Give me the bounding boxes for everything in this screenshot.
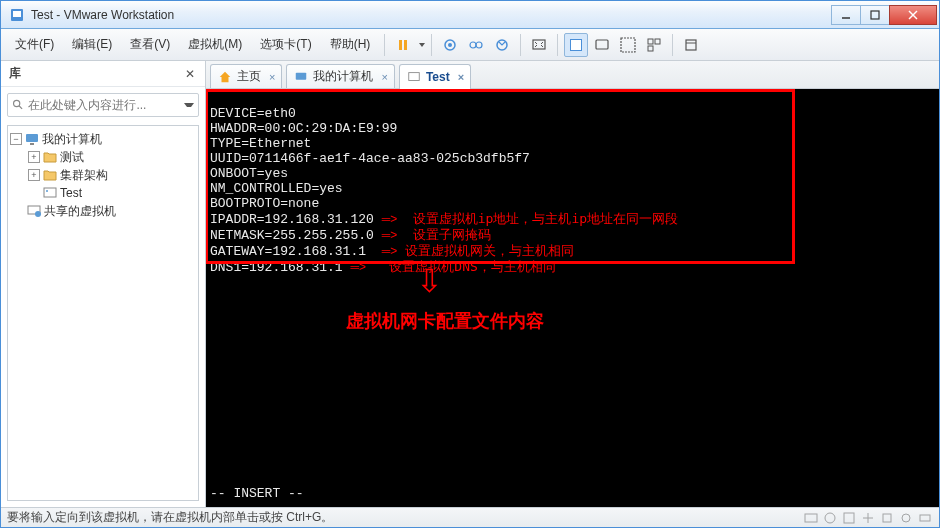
- tree-label: 我的计算机: [42, 131, 102, 148]
- svg-point-9: [448, 43, 452, 47]
- svg-rect-18: [648, 39, 653, 44]
- tab-close-icon[interactable]: ×: [458, 71, 464, 83]
- search-input[interactable]: [28, 98, 178, 112]
- minimize-button[interactable]: [831, 5, 861, 25]
- annotation-gateway: 设置虚拟机网关，与主机相同: [405, 243, 574, 258]
- device-icon[interactable]: [803, 510, 819, 526]
- menu-file[interactable]: 文件(F): [7, 32, 62, 57]
- menu-edit[interactable]: 编辑(E): [64, 32, 120, 57]
- sidebar-header: 库 ✕: [1, 61, 205, 87]
- device-icon[interactable]: [917, 510, 933, 526]
- expand-icon[interactable]: +: [28, 151, 40, 163]
- close-button[interactable]: [889, 5, 937, 25]
- svg-point-34: [825, 513, 835, 523]
- thumbnail-button[interactable]: [642, 33, 666, 57]
- collapse-icon[interactable]: −: [10, 133, 22, 145]
- tree-label: Test: [60, 186, 82, 200]
- home-icon: [217, 69, 233, 85]
- svg-rect-17: [621, 38, 635, 52]
- search-box[interactable]: [7, 93, 199, 117]
- annotation-ipaddr: 设置虚拟机ip地址，与主机ip地址在同一网段: [413, 211, 678, 226]
- chevron-down-icon[interactable]: [184, 103, 194, 107]
- tree-label: 集群架构: [60, 167, 108, 184]
- computer-icon: [293, 69, 309, 85]
- snapshot-manager-button[interactable]: [464, 33, 488, 57]
- app-icon: [9, 7, 25, 23]
- svg-point-30: [35, 211, 41, 217]
- fit-guest-button[interactable]: [527, 33, 551, 57]
- svg-rect-13: [533, 40, 545, 49]
- tree-item[interactable]: + 集群架构: [10, 166, 196, 184]
- tree-root-mypc[interactable]: − 我的计算机: [10, 130, 196, 148]
- tab-label: Test: [426, 70, 450, 84]
- tree-shared-vms[interactable]: 共享的虚拟机: [10, 202, 196, 220]
- svg-rect-26: [30, 143, 34, 145]
- svg-rect-6: [399, 40, 402, 50]
- svg-rect-7: [404, 40, 407, 50]
- menu-vm[interactable]: 虚拟机(M): [180, 32, 250, 57]
- tab-label: 主页: [237, 68, 261, 85]
- svg-rect-32: [409, 73, 420, 81]
- main-area: 主页 × 我的计算机 × Test × DEVICE=eth0 HWADDR=0…: [206, 61, 939, 507]
- window-title: Test - VMware Workstation: [31, 8, 832, 22]
- library-button[interactable]: [679, 33, 703, 57]
- status-text: 要将输入定向到该虚拟机，请在虚拟机内部单击或按 Ctrl+G。: [7, 509, 800, 526]
- tree-item[interactable]: + 测试: [10, 148, 196, 166]
- tree-label: 共享的虚拟机: [44, 203, 116, 220]
- device-icon[interactable]: [860, 510, 876, 526]
- tree-label: 测试: [60, 149, 84, 166]
- tab-close-icon[interactable]: ×: [381, 71, 387, 83]
- svg-rect-25: [26, 134, 38, 142]
- sidebar: 库 ✕ − 我的计算机 + 测试 + 集群架构: [1, 61, 206, 507]
- folder-icon: [42, 149, 58, 165]
- library-tree: − 我的计算机 + 测试 + 集群架构 Test: [7, 125, 199, 501]
- svg-rect-1: [13, 11, 21, 17]
- svg-rect-35: [844, 513, 854, 523]
- maximize-button[interactable]: [860, 5, 890, 25]
- svg-rect-20: [648, 46, 653, 51]
- pause-button[interactable]: [391, 33, 415, 57]
- shared-icon: [26, 203, 42, 219]
- terminal[interactable]: DEVICE=eth0 HWADDR=00:0C:29:DA:E9:99 TYP…: [206, 89, 939, 507]
- search-icon: [12, 98, 24, 112]
- annotation-summary: 虚拟机网卡配置文件内容: [346, 314, 544, 329]
- status-bar: 要将输入定向到该虚拟机，请在虚拟机内部单击或按 Ctrl+G。: [1, 507, 939, 527]
- svg-rect-3: [871, 11, 879, 19]
- computer-icon: [24, 131, 40, 147]
- sidebar-title: 库: [9, 65, 183, 82]
- titlebar: Test - VMware Workstation: [1, 1, 939, 29]
- tab-home[interactable]: 主页 ×: [210, 64, 282, 88]
- svg-point-10: [470, 42, 476, 48]
- tree-item-test[interactable]: Test: [10, 184, 196, 202]
- svg-point-23: [14, 100, 20, 106]
- svg-point-28: [46, 190, 48, 192]
- menu-view[interactable]: 查看(V): [122, 32, 178, 57]
- folder-icon: [42, 167, 58, 183]
- revert-button[interactable]: [490, 33, 514, 57]
- device-icon[interactable]: [898, 510, 914, 526]
- svg-rect-33: [805, 514, 817, 522]
- vm-icon: [42, 185, 58, 201]
- arrow-down-icon: ⇩: [416, 274, 443, 289]
- svg-rect-27: [44, 188, 56, 197]
- chevron-down-icon[interactable]: [419, 43, 425, 47]
- tab-bar: 主页 × 我的计算机 × Test ×: [206, 61, 939, 89]
- snapshot-button[interactable]: [438, 33, 462, 57]
- fullscreen-button[interactable]: [616, 33, 640, 57]
- unity-button[interactable]: [590, 33, 614, 57]
- menu-help[interactable]: 帮助(H): [322, 32, 379, 57]
- annotation-dns: 设置虚拟机DNS，与主机相同: [389, 259, 555, 274]
- tab-close-icon[interactable]: ×: [269, 71, 275, 83]
- expand-icon[interactable]: +: [28, 169, 40, 181]
- console-view-button[interactable]: [564, 33, 588, 57]
- tab-test[interactable]: Test ×: [399, 64, 471, 89]
- sidebar-close-icon[interactable]: ✕: [183, 67, 197, 81]
- svg-rect-21: [686, 40, 696, 50]
- device-icon[interactable]: [822, 510, 838, 526]
- device-icon[interactable]: [841, 510, 857, 526]
- tab-mypc[interactable]: 我的计算机 ×: [286, 64, 394, 88]
- svg-rect-16: [596, 40, 608, 49]
- svg-point-37: [902, 514, 910, 522]
- menu-tabs[interactable]: 选项卡(T): [252, 32, 319, 57]
- device-icon[interactable]: [879, 510, 895, 526]
